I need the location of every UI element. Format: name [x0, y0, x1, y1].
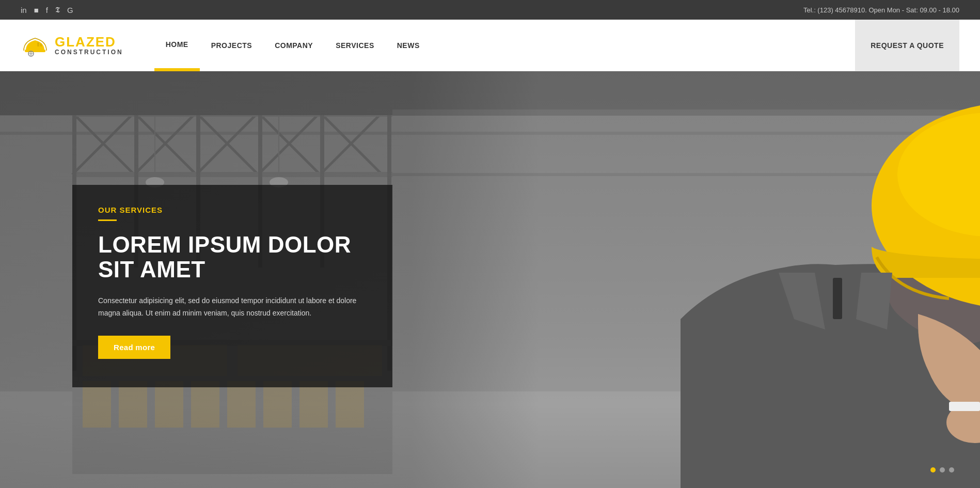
- services-underline: [98, 219, 117, 221]
- hero-section: OUR SERVICES LOREM IPSUM DOLOR SIT AMET …: [0, 71, 980, 488]
- contact-info: Tel.: (123) 45678910. Open Mon - Sat: 09…: [803, 6, 959, 14]
- nav-projects[interactable]: PROJECTS: [200, 20, 263, 71]
- topbar: in ■ f 𝕿 G Tel.: (123) 45678910. Open Mo…: [0, 0, 980, 20]
- linkedin-icon[interactable]: in: [21, 6, 27, 14]
- svg-rect-34: [191, 381, 219, 428]
- logo-tagline: CONSTRUCTION: [55, 49, 123, 56]
- logo-icon: [21, 31, 50, 60]
- logo-text: GLAZED CONSTRUCTION: [55, 35, 123, 56]
- nav-company[interactable]: COMPANY: [263, 20, 324, 71]
- logo[interactable]: GLAZED CONSTRUCTION: [21, 31, 123, 60]
- svg-rect-31: [83, 381, 111, 428]
- logo-brand: GLAZED: [55, 35, 123, 49]
- svg-rect-35: [227, 381, 256, 428]
- slider-dot-2[interactable]: [940, 467, 945, 473]
- nav-news[interactable]: NEWS: [386, 20, 431, 71]
- svg-rect-17: [72, 172, 392, 177]
- svg-rect-2: [40, 43, 42, 46]
- hero-title: LOREM IPSUM DOLOR SIT AMET: [98, 232, 367, 282]
- nav-quote[interactable]: REQUEST A QUOTE: [855, 20, 959, 71]
- svg-rect-47: [949, 402, 980, 411]
- svg-rect-1: [37, 42, 39, 46]
- svg-rect-32: [119, 381, 147, 428]
- services-label: OUR SERVICES: [98, 206, 367, 214]
- facebook-icon[interactable]: f: [46, 6, 48, 14]
- hero-description: Consectetur adipisicing elit, sed do eiu…: [98, 295, 367, 320]
- social-links: in ■ f 𝕿 G: [21, 5, 73, 14]
- svg-rect-37: [299, 381, 328, 428]
- hero-content-box: OUR SERVICES LOREM IPSUM DOLOR SIT AMET …: [72, 185, 392, 387]
- instagram-icon[interactable]: ■: [34, 6, 39, 14]
- svg-rect-38: [336, 381, 364, 428]
- hero-figure: [515, 71, 980, 488]
- nav-links: HOME PROJECTS COMPANY SERVICES NEWS REQU…: [154, 20, 959, 71]
- nav-services[interactable]: SERVICES: [324, 20, 386, 71]
- nav-home[interactable]: HOME: [154, 20, 200, 71]
- svg-rect-36: [263, 381, 292, 428]
- pinterest-icon[interactable]: 𝕿: [55, 5, 60, 14]
- read-more-button[interactable]: Read more: [98, 336, 170, 359]
- svg-rect-33: [155, 381, 183, 428]
- navbar: GLAZED CONSTRUCTION HOME PROJECTS COMPAN…: [0, 20, 980, 71]
- svg-rect-50: [833, 278, 842, 319]
- slider-dot-1[interactable]: [930, 467, 936, 473]
- slider-dot-3[interactable]: [949, 467, 954, 473]
- person-hardhat-svg: [526, 71, 980, 488]
- slider-controls: [930, 467, 954, 473]
- svg-rect-0: [25, 50, 45, 52]
- google-icon[interactable]: G: [67, 6, 73, 14]
